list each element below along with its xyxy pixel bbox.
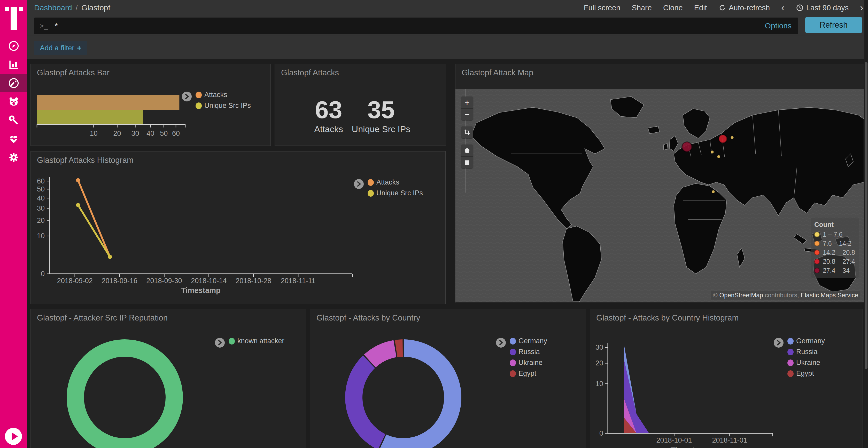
refresh-button[interactable]: Refresh: [805, 17, 862, 33]
legend-label: Ukraine: [519, 359, 542, 367]
legend-toggle-chevron-icon[interactable]: [215, 338, 225, 348]
legend-items: AttacksUnique Src IPs: [195, 91, 251, 110]
edit-button[interactable]: Edit: [694, 4, 707, 12]
legend: GermanyRussiaUkraineEgypt: [496, 337, 547, 378]
time-forward-button[interactable]: ›: [860, 3, 863, 13]
data-point[interactable]: [76, 203, 80, 207]
donut-slice-russia[interactable]: [345, 356, 385, 448]
legend-item-germany[interactable]: Germany: [787, 337, 825, 345]
map-draw-rectangle-button[interactable]: [461, 157, 473, 168]
donut-slice-egypt[interactable]: [395, 339, 403, 357]
sidebar-item-monitoring[interactable]: [0, 130, 27, 148]
axis-tick-label: 2018-11-11: [281, 277, 315, 285]
legend-item-ukraine[interactable]: Ukraine: [787, 359, 825, 367]
attack-dot-egypt[interactable]: [712, 190, 715, 193]
attack-dot-germany[interactable]: [682, 142, 692, 152]
bar-unique-src-ips[interactable]: [37, 110, 143, 125]
vertical-scrollbar[interactable]: [864, 0, 868, 448]
sidebar-item-dashboard[interactable]: [0, 74, 27, 92]
line-series-attacks[interactable]: [78, 180, 110, 257]
axis-tick-label: 20: [595, 359, 603, 367]
map-zoom-in-button[interactable]: +: [461, 97, 473, 108]
time-range-picker[interactable]: Last 90 days: [796, 4, 848, 12]
axis-tick-label: 20: [114, 130, 121, 137]
legend-dot-icon: [510, 349, 516, 355]
legend-item-known-attacker[interactable]: known attacker: [228, 337, 284, 345]
map-legend-dot-icon: [814, 259, 820, 264]
ems-link[interactable]: Elastic Maps Service: [801, 291, 858, 299]
legend-label: Germany: [796, 337, 825, 345]
axis-tick-label: Timestamp: [671, 446, 710, 448]
map-canvas: [456, 89, 864, 302]
clone-button[interactable]: Clone: [663, 4, 683, 12]
scrollbar-thumb[interactable]: [865, 62, 867, 369]
query-text[interactable]: *: [55, 21, 765, 31]
auto-refresh-button[interactable]: Auto-refresh: [718, 4, 770, 12]
attack-dot-russia-east[interactable]: [731, 136, 734, 139]
search-input[interactable]: >_ * Options: [34, 18, 798, 34]
full-screen-button[interactable]: Full screen: [584, 4, 621, 12]
donut-slice-known-attacker[interactable]: [75, 348, 175, 447]
legend-item-germany[interactable]: Germany: [510, 337, 547, 345]
legend-item-russia[interactable]: Russia: [510, 348, 547, 356]
gear-icon: [8, 151, 20, 163]
map-draw-polygon-button[interactable]: [461, 144, 473, 157]
metric-label: Unique Src IPs: [342, 124, 420, 134]
compass-icon: [8, 40, 20, 52]
logo-left-square: [5, 7, 9, 11]
time-back-button[interactable]: ‹: [781, 3, 784, 13]
sidebar-item-management[interactable]: [0, 148, 27, 167]
legend-item-attacks[interactable]: Attacks: [368, 178, 423, 186]
sidebar-expand-button[interactable]: [5, 428, 22, 445]
country-histogram-chart: 01020302018-10-012018-11-01Timestamp: [590, 309, 863, 448]
add-filter-button[interactable]: Add a filter +: [34, 41, 87, 55]
legend-item-egypt[interactable]: Egypt: [787, 370, 825, 378]
map-legend-item: 1 – 7.6: [814, 231, 855, 238]
map-zoom-out-button[interactable]: −: [461, 108, 473, 120]
data-point[interactable]: [76, 178, 80, 182]
legend-label: Attacks: [376, 178, 399, 186]
sidebar-item-discover[interactable]: [0, 37, 27, 55]
attack-dot-russia-moscow[interactable]: [719, 135, 727, 143]
attack-dot-ukraine-north[interactable]: [711, 150, 714, 153]
legend-toggle-chevron-icon[interactable]: [773, 338, 784, 348]
map-legend-item: 7.6 – 14.2: [814, 240, 855, 247]
map-fit-bounds-button[interactable]: [461, 127, 473, 138]
legend-items: GermanyRussiaUkraineEgypt: [510, 337, 547, 378]
legend-toggle-chevron-icon[interactable]: [354, 179, 364, 189]
map-legend-item: 14.2 – 20.8: [814, 249, 855, 256]
axis-tick-label: 30: [595, 343, 603, 351]
attack-dot-ukraine-east[interactable]: [717, 155, 720, 158]
clock-icon: [796, 4, 804, 12]
share-button[interactable]: Share: [632, 4, 652, 12]
options-link[interactable]: Options: [765, 22, 792, 30]
legend-toggle-chevron-icon[interactable]: [496, 338, 506, 348]
line-series-unique-src-ips[interactable]: [78, 205, 110, 257]
osm-link[interactable]: OpenStreetMap: [719, 291, 763, 299]
legend-dot-icon: [195, 92, 202, 98]
legend-item-attacks[interactable]: Attacks: [195, 91, 251, 99]
axis-tick-label: 2018-09-02: [57, 277, 93, 285]
telekom-logo[interactable]: [5, 7, 22, 30]
legend-item-unique-src-ips[interactable]: Unique Src IPs: [195, 102, 251, 110]
legend-toggle-chevron-icon[interactable]: [182, 91, 192, 102]
legend-item-ukraine[interactable]: Ukraine: [510, 359, 547, 367]
legend-items: GermanyRussiaUkraineEgypt: [787, 337, 825, 378]
map-legend-title: Count: [814, 221, 855, 229]
bar-attacks[interactable]: [37, 95, 179, 110]
sidebar-item-timelion[interactable]: [0, 93, 27, 111]
legend: known attacker: [215, 337, 284, 348]
map-controls: + −: [461, 97, 473, 174]
legend-item-egypt[interactable]: Egypt: [510, 370, 547, 378]
world-map[interactable]: + −: [456, 89, 864, 302]
axis-tick-label: 10: [90, 130, 98, 137]
breadcrumb-dashboard-link[interactable]: Dashboard: [34, 3, 72, 12]
axis-tick-label: 2018-09-30: [146, 277, 182, 285]
sidebar-item-dev-tools[interactable]: [0, 111, 27, 129]
legend-item-unique-src-ips[interactable]: Unique Src IPs: [368, 189, 423, 197]
map-legend-range: 1 – 7.6: [823, 231, 842, 238]
data-point[interactable]: [108, 255, 112, 259]
legend-item-russia[interactable]: Russia: [787, 348, 825, 356]
axis-tick-label: 60: [37, 177, 45, 185]
sidebar-item-visualize[interactable]: [0, 56, 27, 74]
